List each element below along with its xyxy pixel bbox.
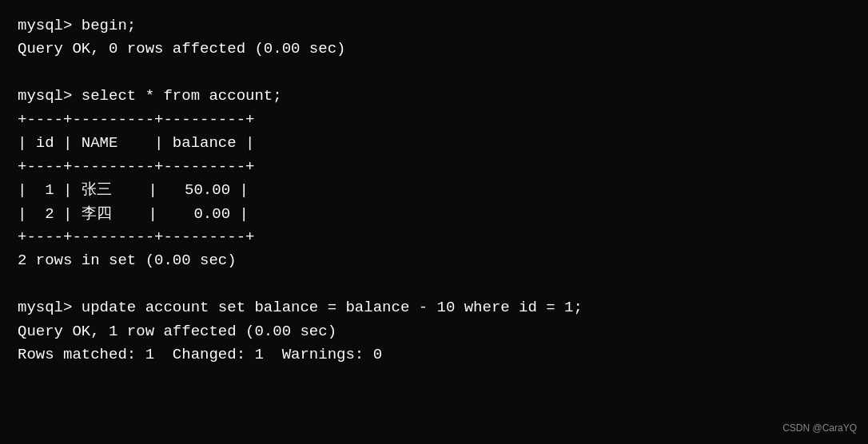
terminal-window: mysql> begin; Query OK, 0 rows affected … (0, 0, 868, 444)
watermark: CSDN @CaraYQ (782, 421, 857, 436)
terminal-output: mysql> begin; Query OK, 0 rows affected … (18, 14, 850, 367)
